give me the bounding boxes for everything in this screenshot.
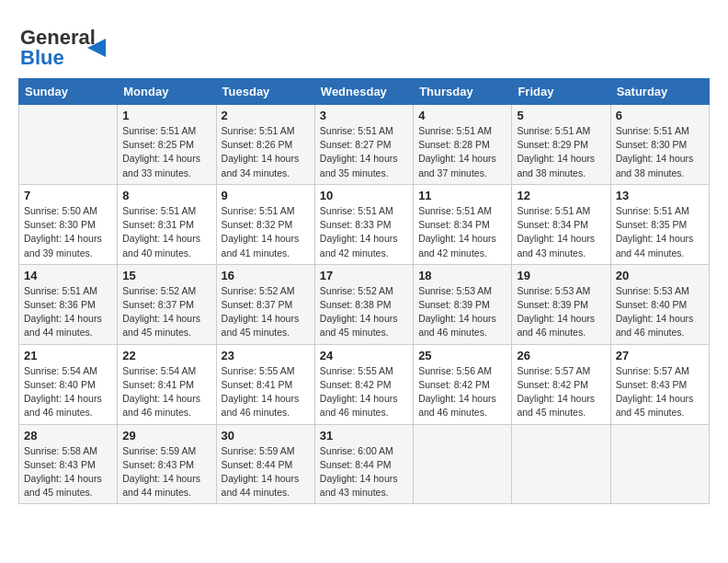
- day-info: Sunrise: 5:51 AM Sunset: 8:32 PM Dayligh…: [222, 204, 310, 260]
- calendar-cell: 8Sunrise: 5:51 AM Sunset: 8:31 PM Daylig…: [118, 184, 216, 264]
- day-number: 5: [517, 109, 605, 122]
- day-info: Sunrise: 5:55 AM Sunset: 8:42 PM Dayligh…: [320, 364, 408, 420]
- day-number: 2: [222, 109, 310, 122]
- day-number: 10: [320, 189, 408, 202]
- week-row-5: 28Sunrise: 5:58 AM Sunset: 8:43 PM Dayli…: [19, 424, 710, 504]
- day-number: 3: [320, 109, 408, 122]
- day-number: 21: [24, 349, 112, 362]
- calendar-cell: [610, 424, 709, 504]
- day-number: 6: [616, 109, 704, 122]
- calendar-cell: 15Sunrise: 5:52 AM Sunset: 8:37 PM Dayli…: [118, 264, 216, 344]
- day-info: Sunrise: 5:59 AM Sunset: 8:43 PM Dayligh…: [122, 444, 210, 500]
- day-number: 22: [122, 349, 210, 362]
- week-row-2: 7Sunrise: 5:50 AM Sunset: 8:30 PM Daylig…: [19, 184, 710, 264]
- calendar-cell: 1Sunrise: 5:51 AM Sunset: 8:25 PM Daylig…: [118, 105, 216, 185]
- calendar-cell: 26Sunrise: 5:57 AM Sunset: 8:42 PM Dayli…: [512, 344, 610, 424]
- calendar-cell: [414, 424, 512, 504]
- day-number: 26: [517, 349, 605, 362]
- calendar-cell: 6Sunrise: 5:51 AM Sunset: 8:30 PM Daylig…: [610, 105, 709, 185]
- calendar-cell: 25Sunrise: 5:56 AM Sunset: 8:42 PM Dayli…: [414, 344, 512, 424]
- calendar-cell: 29Sunrise: 5:59 AM Sunset: 8:43 PM Dayli…: [118, 424, 216, 504]
- day-info: Sunrise: 5:51 AM Sunset: 8:31 PM Dayligh…: [122, 204, 210, 260]
- logo: General Blue: [18, 18, 138, 69]
- calendar-cell: 14Sunrise: 5:51 AM Sunset: 8:36 PM Dayli…: [19, 264, 118, 344]
- day-info: Sunrise: 5:58 AM Sunset: 8:43 PM Dayligh…: [24, 444, 112, 500]
- page-header: General Blue: [18, 18, 710, 69]
- calendar-cell: 16Sunrise: 5:52 AM Sunset: 8:37 PM Dayli…: [216, 264, 314, 344]
- day-info: Sunrise: 5:51 AM Sunset: 8:30 PM Dayligh…: [616, 124, 704, 180]
- day-info: Sunrise: 5:52 AM Sunset: 8:37 PM Dayligh…: [222, 284, 310, 340]
- day-info: Sunrise: 5:51 AM Sunset: 8:27 PM Dayligh…: [320, 124, 408, 180]
- day-number: 15: [122, 269, 210, 282]
- calendar-cell: 13Sunrise: 5:51 AM Sunset: 8:35 PM Dayli…: [610, 184, 709, 264]
- day-number: 23: [222, 349, 310, 362]
- day-info: Sunrise: 5:55 AM Sunset: 8:41 PM Dayligh…: [222, 364, 310, 420]
- day-info: Sunrise: 5:51 AM Sunset: 8:25 PM Dayligh…: [122, 124, 210, 180]
- day-header-friday: Friday: [512, 79, 610, 105]
- calendar-cell: 11Sunrise: 5:51 AM Sunset: 8:34 PM Dayli…: [414, 184, 512, 264]
- day-number: 19: [517, 269, 605, 282]
- day-number: 8: [122, 189, 210, 202]
- calendar-cell: 10Sunrise: 5:51 AM Sunset: 8:33 PM Dayli…: [314, 184, 413, 264]
- day-info: Sunrise: 5:53 AM Sunset: 8:40 PM Dayligh…: [616, 284, 704, 340]
- day-header-saturday: Saturday: [610, 79, 709, 105]
- day-number: 1: [122, 109, 210, 122]
- day-info: Sunrise: 5:59 AM Sunset: 8:44 PM Dayligh…: [222, 444, 310, 500]
- calendar-cell: 9Sunrise: 5:51 AM Sunset: 8:32 PM Daylig…: [216, 184, 314, 264]
- day-info: Sunrise: 5:57 AM Sunset: 8:43 PM Dayligh…: [616, 364, 704, 420]
- day-number: 30: [222, 429, 310, 442]
- day-info: Sunrise: 5:54 AM Sunset: 8:40 PM Dayligh…: [24, 364, 112, 420]
- week-row-4: 21Sunrise: 5:54 AM Sunset: 8:40 PM Dayli…: [19, 344, 710, 424]
- day-info: Sunrise: 5:51 AM Sunset: 8:35 PM Dayligh…: [616, 204, 704, 260]
- day-number: 29: [122, 429, 210, 442]
- calendar-cell: [19, 105, 118, 185]
- calendar-cell: 2Sunrise: 5:51 AM Sunset: 8:26 PM Daylig…: [216, 105, 314, 185]
- day-header-sunday: Sunday: [19, 79, 118, 105]
- calendar-cell: 5Sunrise: 5:51 AM Sunset: 8:29 PM Daylig…: [512, 105, 610, 185]
- day-info: Sunrise: 5:51 AM Sunset: 8:29 PM Dayligh…: [517, 124, 605, 180]
- day-header-monday: Monday: [118, 79, 216, 105]
- calendar-cell: 27Sunrise: 5:57 AM Sunset: 8:43 PM Dayli…: [610, 344, 709, 424]
- calendar-cell: 22Sunrise: 5:54 AM Sunset: 8:41 PM Dayli…: [118, 344, 216, 424]
- day-header-thursday: Thursday: [414, 79, 512, 105]
- day-info: Sunrise: 5:51 AM Sunset: 8:33 PM Dayligh…: [320, 204, 408, 260]
- calendar-cell: 3Sunrise: 5:51 AM Sunset: 8:27 PM Daylig…: [314, 105, 413, 185]
- day-number: 28: [24, 429, 112, 442]
- day-number: 9: [222, 189, 310, 202]
- calendar-cell: 30Sunrise: 5:59 AM Sunset: 8:44 PM Dayli…: [216, 424, 314, 504]
- day-number: 13: [616, 189, 704, 202]
- calendar-cell: [512, 424, 610, 504]
- calendar-cell: 4Sunrise: 5:51 AM Sunset: 8:28 PM Daylig…: [414, 105, 512, 185]
- calendar-cell: 17Sunrise: 5:52 AM Sunset: 8:38 PM Dayli…: [314, 264, 413, 344]
- day-info: Sunrise: 5:51 AM Sunset: 8:34 PM Dayligh…: [418, 204, 506, 260]
- day-header-tuesday: Tuesday: [216, 79, 314, 105]
- week-row-1: 1Sunrise: 5:51 AM Sunset: 8:25 PM Daylig…: [19, 105, 710, 185]
- calendar-cell: 7Sunrise: 5:50 AM Sunset: 8:30 PM Daylig…: [19, 184, 118, 264]
- calendar-cell: 24Sunrise: 5:55 AM Sunset: 8:42 PM Dayli…: [314, 344, 413, 424]
- day-number: 25: [418, 349, 506, 362]
- calendar-cell: 31Sunrise: 6:00 AM Sunset: 8:44 PM Dayli…: [314, 424, 413, 504]
- day-info: Sunrise: 6:00 AM Sunset: 8:44 PM Dayligh…: [320, 444, 408, 500]
- svg-text:Blue: Blue: [20, 46, 64, 69]
- day-info: Sunrise: 5:51 AM Sunset: 8:26 PM Dayligh…: [222, 124, 310, 180]
- day-info: Sunrise: 5:53 AM Sunset: 8:39 PM Dayligh…: [517, 284, 605, 340]
- day-number: 20: [616, 269, 704, 282]
- day-info: Sunrise: 5:51 AM Sunset: 8:28 PM Dayligh…: [418, 124, 506, 180]
- day-info: Sunrise: 5:52 AM Sunset: 8:38 PM Dayligh…: [320, 284, 408, 340]
- day-number: 7: [24, 189, 112, 202]
- day-number: 27: [616, 349, 704, 362]
- calendar-cell: 21Sunrise: 5:54 AM Sunset: 8:40 PM Dayli…: [19, 344, 118, 424]
- day-number: 14: [24, 269, 112, 282]
- day-info: Sunrise: 5:53 AM Sunset: 8:39 PM Dayligh…: [418, 284, 506, 340]
- calendar-cell: 18Sunrise: 5:53 AM Sunset: 8:39 PM Dayli…: [414, 264, 512, 344]
- days-header-row: SundayMondayTuesdayWednesdayThursdayFrid…: [19, 79, 710, 105]
- day-info: Sunrise: 5:50 AM Sunset: 8:30 PM Dayligh…: [24, 204, 112, 260]
- calendar-cell: 23Sunrise: 5:55 AM Sunset: 8:41 PM Dayli…: [216, 344, 314, 424]
- day-number: 12: [517, 189, 605, 202]
- day-number: 24: [320, 349, 408, 362]
- week-row-3: 14Sunrise: 5:51 AM Sunset: 8:36 PM Dayli…: [19, 264, 710, 344]
- day-number: 31: [320, 429, 408, 442]
- calendar-table: SundayMondayTuesdayWednesdayThursdayFrid…: [18, 78, 710, 504]
- calendar-cell: 20Sunrise: 5:53 AM Sunset: 8:40 PM Dayli…: [610, 264, 709, 344]
- day-number: 11: [418, 189, 506, 202]
